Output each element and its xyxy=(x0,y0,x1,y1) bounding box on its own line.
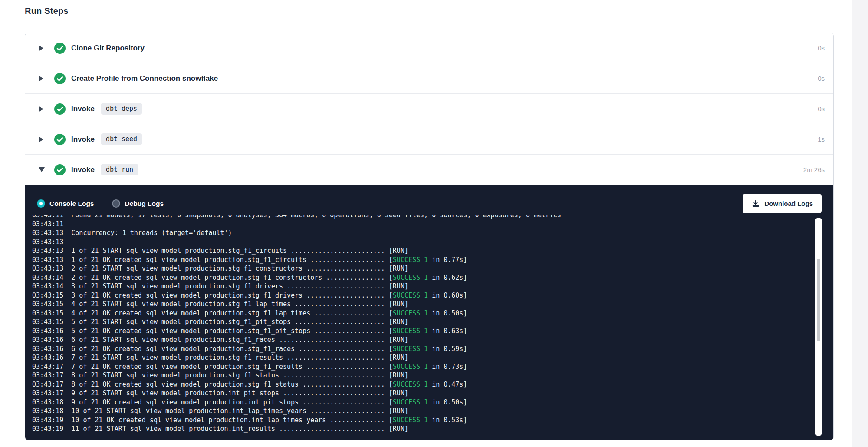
log-line: 03:43:17 7 of 21 OK created sql view mod… xyxy=(32,362,807,371)
step-label: Invoke xyxy=(71,135,95,144)
check-circle-icon xyxy=(54,134,66,145)
check-circle-icon xyxy=(54,43,66,54)
log-line: 03:43:14 3 of 21 START sql view model pr… xyxy=(32,282,807,291)
console-log: 03:43:11 Found 21 models, 17 tests, 0 sn… xyxy=(32,215,807,434)
log-line: 03:43:19 10 of 21 OK created sql view mo… xyxy=(32,416,807,425)
log-scrollbar-track[interactable] xyxy=(815,218,822,436)
log-line: 03:43:17 8 of 21 START sql view model pr… xyxy=(32,371,807,380)
caret-icon[interactable] xyxy=(39,167,44,172)
log-line: 03:43:16 7 of 21 START sql view model pr… xyxy=(32,353,807,362)
step-row[interactable]: Clone Git Repository 0s xyxy=(25,33,833,63)
log-line: 03:43:15 4 of 21 OK created sql view mod… xyxy=(32,309,807,318)
log-line: 03:43:16 6 of 21 START sql view model pr… xyxy=(32,335,807,344)
step-label: Clone Git Repository xyxy=(71,44,145,53)
step-duration: 0s xyxy=(818,105,825,113)
run-steps-page: Run Steps Clone Git Repository 0s Create… xyxy=(0,0,868,447)
check-circle-icon xyxy=(54,103,66,115)
step-duration: 2m 26s xyxy=(803,166,825,173)
step-label: Invoke xyxy=(71,105,95,113)
check-circle-icon xyxy=(54,73,66,84)
console-logs-radio-group[interactable]: Console Logs xyxy=(37,199,94,208)
log-line: 03:43:11 xyxy=(32,220,807,229)
step-row[interactable]: Invoke dbt deps 0s xyxy=(25,94,833,124)
step-command-badge: dbt deps xyxy=(101,103,142,115)
log-scrollbar-thumb[interactable] xyxy=(817,259,820,341)
log-line: 03:43:19 11 of 21 START sql view model p… xyxy=(32,424,807,434)
radio-unselected-icon[interactable] xyxy=(112,199,120,208)
log-line: 03:43:18 10 of 21 START sql view model p… xyxy=(32,407,807,416)
step-row[interactable]: Invoke dbt seed 1s xyxy=(25,124,833,155)
log-line: 03:43:17 9 of 21 START sql view model pr… xyxy=(32,389,807,398)
step-command-badge: dbt run xyxy=(101,164,138,175)
log-line: 03:43:17 8 of 21 OK created sql view mod… xyxy=(32,380,807,389)
step-command-badge: dbt seed xyxy=(101,133,142,145)
step-label: Create Profile from Connection snowflake xyxy=(71,74,218,83)
log-line: 03:43:15 5 of 21 START sql view model pr… xyxy=(32,318,807,327)
log-line: 03:43:16 6 of 21 OK created sql view mod… xyxy=(32,344,807,354)
log-line: 03:43:13 Concurrency: 1 threads (target=… xyxy=(32,228,807,238)
check-circle-icon xyxy=(54,164,66,175)
caret-icon[interactable] xyxy=(39,76,44,82)
log-line: 03:43:13 1 of 21 OK created sql view mod… xyxy=(32,255,807,265)
download-logs-button[interactable]: Download Logs xyxy=(743,194,822,213)
log-line: 03:43:13 2 of 21 START sql view model pr… xyxy=(32,264,807,273)
log-line: 03:43:15 3 of 21 OK created sql view mod… xyxy=(32,291,807,300)
radio-selected-icon[interactable] xyxy=(37,199,45,208)
log-line: 03:43:13 xyxy=(32,238,807,247)
log-line: 03:43:18 9 of 21 OK created sql view mod… xyxy=(32,398,807,407)
debug-logs-radio-group[interactable]: Debug Logs xyxy=(112,199,164,208)
step-row[interactable]: Create Profile from Connection snowflake… xyxy=(25,63,833,94)
log-panel: Console Logs Debug Logs Download Logs xyxy=(25,185,833,440)
console-log-viewport[interactable]: 03:43:11 Found 21 models, 17 tests, 0 sn… xyxy=(32,215,807,437)
step-row[interactable]: Invoke dbt run 2m 26s xyxy=(25,155,833,185)
step-duration: 0s xyxy=(818,75,825,82)
log-line: 03:43:16 5 of 21 OK created sql view mod… xyxy=(32,327,807,336)
log-line: 03:43:13 1 of 21 START sql view model pr… xyxy=(32,246,807,255)
run-steps-card: Clone Git Repository 0s Create Profile f… xyxy=(25,33,834,440)
page-title: Run Steps xyxy=(25,6,69,16)
console-logs-label[interactable]: Console Logs xyxy=(49,200,94,208)
caret-icon[interactable] xyxy=(39,45,44,51)
caret-icon[interactable] xyxy=(39,136,44,142)
step-duration: 1s xyxy=(818,136,825,143)
step-rows: Clone Git Repository 0s Create Profile f… xyxy=(25,33,833,185)
step-label: Invoke xyxy=(71,166,95,174)
page-background-strip xyxy=(852,0,868,447)
download-logs-button-label: Download Logs xyxy=(764,200,813,207)
log-panel-toolbar: Console Logs Debug Logs Download Logs xyxy=(25,185,833,213)
log-line: 03:43:15 4 of 21 START sql view model pr… xyxy=(32,300,807,309)
caret-icon[interactable] xyxy=(39,106,44,112)
log-line: 03:43:14 2 of 21 OK created sql view mod… xyxy=(32,273,807,282)
download-icon xyxy=(751,199,760,208)
log-line: 03:43:11 Found 21 models, 17 tests, 0 sn… xyxy=(32,215,807,220)
step-duration: 0s xyxy=(818,44,825,52)
debug-logs-label[interactable]: Debug Logs xyxy=(125,200,164,208)
